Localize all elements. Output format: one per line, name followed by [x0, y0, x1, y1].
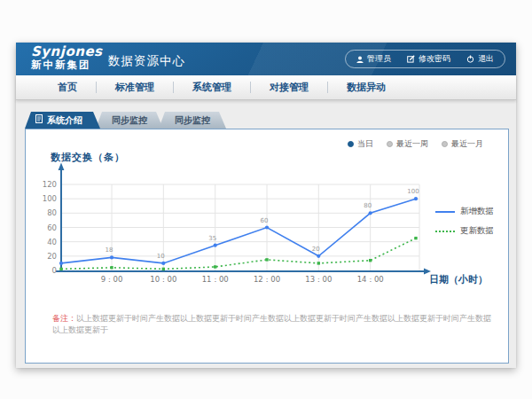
footnote-separator: ： [68, 314, 76, 323]
svg-text:18: 18 [106, 246, 113, 254]
logo-subtext: 新中新集团 [31, 59, 103, 70]
main-nav: 首页 标准管理 系统管理 对接管理 数据异动 [16, 75, 516, 100]
svg-text:20: 20 [312, 246, 320, 253]
edit-icon [407, 55, 415, 63]
logout-label: 退出 [478, 53, 494, 65]
footnote-label: 备注 [52, 314, 68, 323]
legend-update-data[interactable]: 更新数据 [435, 225, 494, 237]
footnote: 备注：以上数据更新于时间产生数据以上数据更新于时间产生数据以上数据更新于时间产生… [52, 313, 496, 335]
svg-text:0: 0 [52, 266, 57, 275]
change-password-button[interactable]: 修改密码 [407, 53, 450, 65]
svg-text:60: 60 [261, 217, 269, 224]
admin-user-label: 管理员 [367, 53, 391, 65]
change-password-label: 修改密码 [419, 53, 450, 65]
company-logo: Synjones 新中新集团 [31, 45, 103, 70]
logo-text: Synjones [31, 45, 103, 59]
svg-text:100: 100 [407, 188, 419, 195]
tab-bar: 系统介绍 同步监控 同步监控 [25, 112, 226, 129]
power-icon [466, 55, 474, 63]
legend-new-data[interactable]: 新增数据 [435, 206, 494, 217]
svg-text:80: 80 [47, 208, 57, 217]
svg-text:11：00: 11：00 [202, 275, 229, 284]
app-header: Synjones 新中新集团 数据资源中心 管理员 修改密码 退出 [16, 43, 516, 75]
tab-sync-monitor-1[interactable]: 同步监控 [96, 112, 163, 129]
content-area: 系统介绍 同步监控 同步监控 当日 最近一周 [16, 100, 516, 368]
nav-item-home[interactable]: 首页 [39, 81, 96, 94]
app-window: Synjones 新中新集团 数据资源中心 管理员 修改密码 退出 [16, 43, 516, 368]
tab-system-intro[interactable]: 系统介绍 [25, 112, 100, 129]
tab-sync-monitor-2[interactable]: 同步监控 [159, 112, 226, 129]
nav-item-system-mgmt[interactable]: 系统管理 [174, 81, 250, 94]
svg-text:40: 40 [47, 238, 57, 246]
nav-item-interface-mgmt[interactable]: 对接管理 [251, 81, 327, 94]
user-actions: 管理员 修改密码 退出 [345, 50, 505, 68]
svg-text:35: 35 [208, 235, 216, 242]
user-icon [356, 56, 364, 63]
svg-text:20: 20 [47, 252, 57, 261]
legend-label: 更新数据 [460, 225, 494, 237]
svg-text:10: 10 [157, 253, 165, 260]
footnote-text: 以上数据更新于时间产生数据以上数据更新于时间产生数据以上数据更新于时间产生数据以… [52, 314, 491, 334]
tab-label: 系统介绍 [47, 112, 82, 129]
svg-text:13：00: 13：00 [305, 275, 332, 284]
svg-text:14：00: 14：00 [357, 275, 384, 284]
svg-text:9：00: 9：00 [101, 275, 123, 284]
page-title: 数据资源中心 [108, 53, 185, 69]
nav-item-data-change[interactable]: 数据异动 [328, 81, 404, 94]
document-icon [35, 112, 43, 129]
chart-panel: 当日 最近一周 最近一月 数据交换（条） 0204060801001209：00… [25, 129, 509, 364]
svg-text:12：00: 12：00 [254, 275, 280, 284]
nav-item-standard-mgmt[interactable]: 标准管理 [97, 81, 173, 94]
x-axis-title: 日期（小时） [429, 273, 488, 286]
admin-user-button[interactable]: 管理员 [356, 53, 391, 65]
svg-text:10：00: 10：00 [150, 275, 176, 284]
dotted-line-icon [435, 231, 455, 232]
tab-label: 同步监控 [175, 115, 210, 125]
svg-text:100: 100 [43, 194, 57, 203]
logout-button[interactable]: 退出 [466, 53, 494, 65]
svg-text:80: 80 [364, 202, 372, 209]
tab-label: 同步监控 [112, 115, 147, 125]
svg-text:60: 60 [47, 223, 57, 232]
legend-label: 新增数据 [460, 206, 494, 217]
svg-text:120: 120 [43, 180, 57, 189]
chart-legend: 新增数据 更新数据 [435, 206, 494, 245]
solid-line-icon [435, 211, 455, 213]
